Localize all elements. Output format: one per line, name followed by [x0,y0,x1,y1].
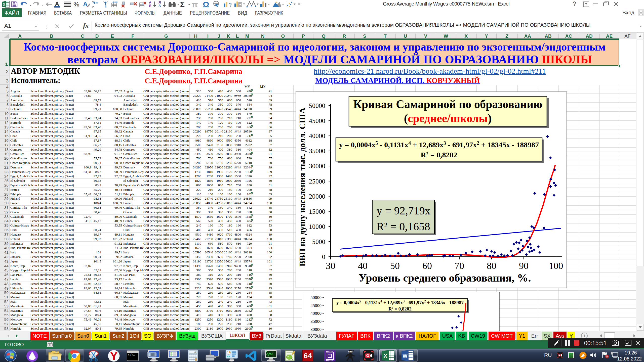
svg-text:X: X [3,2,5,7]
svg-text:80: 80 [487,260,496,271]
svg-text:40000: 40000 [309,132,325,140]
svg-text:0: 0 [194,351,196,353]
svg-text:100: 100 [549,260,563,271]
svg-text:10000: 10000 [309,223,325,230]
svg-text:50000: 50000 [309,102,325,109]
svg-text:ВВП на душу населения тыс. дол: ВВП на душу населения тыс. долл. США [298,108,307,266]
svg-text:y = 92,719x: y = 92,719x [377,204,430,217]
svg-text:50: 50 [390,260,400,271]
svg-text:45000: 45000 [309,117,325,124]
svg-text:X: X [384,353,387,359]
svg-text:35000: 35000 [310,319,321,324]
svg-text:50000: 50000 [310,295,321,300]
svg-text:y = 0,0004x5 - 0,1131x4 + 12,6: y = 0,0004x5 - 0,1131x4 + 12,689x3 - 691… [336,299,464,305]
svg-text:5000: 5000 [312,238,325,245]
svg-text:0: 0 [322,253,325,260]
svg-text:Уровень среднего образования,: Уровень среднего образования, %. [358,272,531,284]
svg-text:R² = 0,8202: R² = 0,8202 [421,151,457,159]
svg-text:30: 30 [326,260,335,271]
svg-text:R² = 0,8202: R² = 0,8202 [388,306,412,311]
svg-text:45000: 45000 [310,303,321,308]
svg-text:Кривая Самариной по образовани: Кривая Самариной по образованию [353,98,542,111]
svg-text:60: 60 [422,260,432,271]
svg-text:?: ? [229,2,231,8]
svg-text:40: 40 [358,260,368,271]
svg-text:35000: 35000 [309,147,325,155]
svg-text:30000: 30000 [309,162,325,170]
svg-text:W: W [403,353,408,359]
svg-text:15000: 15000 [309,208,325,215]
svg-text:25000: 25000 [309,178,325,185]
svg-text:40000: 40000 [310,311,321,316]
svg-text:y = 0,0004x5 - 0,1131x4 + 12,6: y = 0,0004x5 - 0,1131x4 + 12,689x3 - 691… [339,140,539,149]
svg-text:(среднее/школы): (среднее/школы) [404,112,492,125]
svg-text:70: 70 [455,260,464,271]
svg-text:20000: 20000 [309,193,325,200]
svg-text:90: 90 [519,260,529,271]
svg-text:R² = 0,1658: R² = 0,1658 [377,220,430,233]
svg-text:C:\_: C:\_ [128,353,135,356]
